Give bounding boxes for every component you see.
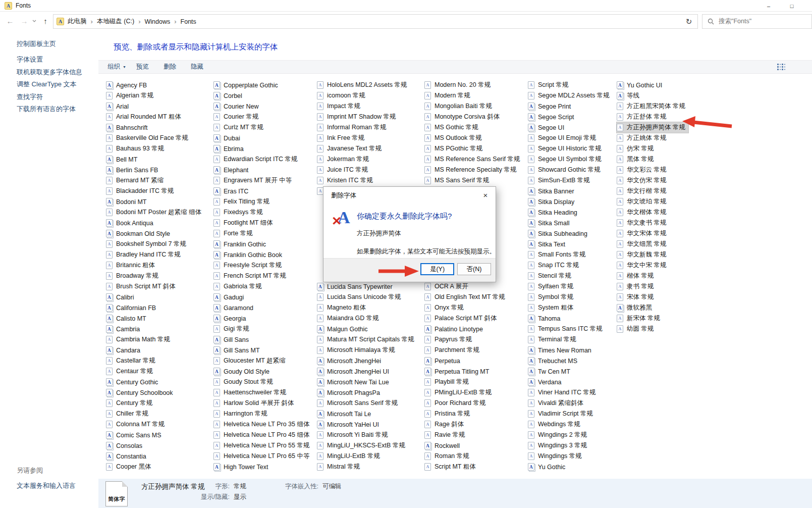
font-list-item[interactable]: AHelvetica Neue LT Pro 65 中等 (213, 451, 312, 462)
font-list-item[interactable]: APalatino Linotype (424, 324, 486, 334)
font-list-item[interactable]: ABritannic 粗体 (106, 260, 158, 271)
font-list-item[interactable]: ARage 斜体 (424, 419, 467, 430)
font-list-item[interactable]: AGadugi (213, 292, 247, 302)
font-list-item[interactable]: A华文中宋 常规 (617, 260, 669, 271)
yes-button[interactable]: 是(Y) (420, 263, 454, 275)
font-list-item[interactable]: ACalifornian FB (106, 302, 159, 313)
font-list-item[interactable]: ACourier 常规 (213, 112, 261, 122)
font-list-item[interactable]: AConstantia (106, 451, 149, 462)
font-list-item[interactable]: AGoudy Old Style (213, 366, 273, 377)
font-list-item[interactable]: AAgency FB (106, 80, 150, 90)
font-list-item[interactable]: AEngravers MT 展开 中等 (213, 175, 295, 186)
font-list-item[interactable]: AWingdings 3 常规 (528, 440, 590, 451)
font-list-item[interactable]: ASegoe MDL2 Assets 常规 (528, 90, 613, 101)
font-list-item[interactable]: AGabriola 常规 (213, 281, 265, 292)
font-list-item[interactable]: AColonna MT 常规 (106, 419, 168, 430)
sidebar-link[interactable]: 查找字符 (17, 93, 82, 100)
font-list-item[interactable]: AHelvetica Neue LT Pro 45 细体 (213, 430, 312, 440)
font-list-item[interactable]: AGeorgia (213, 313, 249, 324)
font-list-item[interactable]: AMS Reference Specialty 常规 (424, 165, 520, 175)
font-list-item[interactable]: A楷体 常规 (617, 271, 657, 281)
recent-pages-button[interactable] (30, 14, 38, 28)
font-list-item[interactable]: APalace Script MT 斜体 (424, 313, 500, 324)
refresh-button[interactable]: ↻ (680, 14, 698, 29)
maximize-button[interactable]: □ (780, 0, 803, 12)
font-list-item[interactable]: A方正舒体 常规 (617, 112, 669, 122)
font-list-item[interactable]: A华文新魏 常规 (617, 249, 669, 260)
font-list-item[interactable]: AMongolian Baiti 常规 (424, 101, 495, 112)
font-list-item[interactable]: AMingLiU-ExtB 常规 (317, 451, 383, 462)
font-list-item[interactable]: ASegoe UI Symbol 常规 (528, 154, 605, 165)
font-list-item[interactable]: AFootlight MT 细体 (213, 218, 276, 228)
font-list-item[interactable]: AComic Sans MS (106, 430, 165, 440)
font-list-item[interactable]: A华文行楷 常规 (617, 186, 669, 196)
font-list-item[interactable]: AArial Rounded MT 粗体 (106, 112, 184, 122)
font-list-item[interactable]: AHarrington 常规 (213, 409, 270, 419)
font-list-item[interactable]: ASymbol 常规 (528, 292, 576, 302)
font-list-item[interactable]: AMonotype Corsiva 斜体 (424, 112, 503, 122)
font-list-item[interactable]: A幼圆 常规 (617, 324, 657, 334)
font-list-item[interactable]: ABahnschrift (106, 122, 151, 133)
toolbar-button[interactable]: 隐藏 (191, 63, 203, 70)
font-list-item[interactable]: ABroadway 常规 (106, 271, 161, 281)
font-list-item[interactable]: AWingdings 2 常规 (528, 430, 590, 440)
toolbar-button[interactable]: 预览 (136, 63, 149, 70)
font-list-item[interactable]: AFrench Script MT 常规 (213, 271, 289, 281)
font-list-item[interactable]: AShowcard Gothic 常规 (528, 165, 604, 175)
font-list-item[interactable]: ACalibri (106, 292, 137, 302)
organize-button[interactable]: 组织 ▼ (107, 63, 126, 71)
font-list-item[interactable]: AGoudy Stout 常规 (213, 377, 276, 387)
address-bar[interactable]: A 此电脑›本地磁盘 (C:)›Windows›Fonts (53, 14, 698, 29)
font-list-item[interactable]: AElephant (213, 165, 251, 175)
font-list-item[interactable]: ARoman 常规 (424, 451, 472, 462)
font-list-item[interactable]: A华文琥珀 常规 (617, 196, 669, 207)
sidebar-link[interactable]: 联机获取更多字体信息 (17, 69, 82, 76)
font-list-item[interactable]: ABernard MT 紧缩 (106, 175, 167, 186)
font-list-item[interactable]: AImpact 常规 (317, 101, 363, 112)
font-list-item[interactable]: AParchment 常规 (424, 345, 482, 355)
font-list-item[interactable]: AMistral 常规 (317, 462, 363, 472)
font-list-item[interactable]: AModern No. 20 常规 (424, 80, 494, 90)
font-list-item[interactable]: A仿宋 常规 (617, 143, 657, 154)
font-list-item[interactable]: AAlgerian 常规 (106, 90, 156, 101)
font-list-item[interactable]: ATw Cen MT (528, 366, 573, 377)
font-list-item[interactable]: AInformal Roman 常规 (317, 122, 389, 133)
font-list-item[interactable]: ARockwell (424, 440, 463, 451)
font-list-item[interactable]: AMingLiU_HKSCS-ExtB 常规 (317, 440, 408, 451)
font-list-item[interactable]: ACastellar 常规 (106, 355, 158, 366)
font-list-item[interactable]: ARavie 常规 (424, 430, 468, 440)
font-list-item[interactable]: ADubai (213, 133, 243, 143)
font-list-item[interactable]: AMS Gothic 常规 (424, 122, 481, 133)
font-list-item[interactable]: AInk Free 常规 (317, 133, 367, 143)
font-list-item[interactable]: ABaskerville Old Face 常规 (106, 133, 191, 143)
font-list-item[interactable]: ACorbel (213, 90, 245, 101)
font-list-item[interactable]: A隶书 常规 (617, 281, 657, 292)
close-button[interactable]: × (803, 0, 812, 12)
sidebar-link[interactable]: 字体设置 (17, 56, 82, 63)
sidebar-link[interactable]: 下载所有语言的字体 (17, 106, 82, 113)
font-list-item[interactable]: ATerminal 常规 (528, 334, 579, 345)
font-list-item[interactable]: AYu Gothic (528, 462, 568, 472)
font-list-item[interactable]: AArial (106, 101, 132, 112)
font-list-item[interactable]: ASmall Fonts 常规 (528, 249, 588, 260)
sidebar-item-text-services[interactable]: 文本服务和输入语言 (17, 481, 76, 490)
sidebar-link[interactable]: 调整 ClearType 文本 (17, 81, 82, 88)
font-list-item[interactable]: ALucida Sans Unicode 常规 (317, 292, 404, 302)
font-list-item[interactable]: ASnap ITC 常规 (528, 260, 582, 271)
font-list-item[interactable]: ASegoe Script (528, 112, 577, 122)
font-list-item[interactable]: AForte 常规 (213, 228, 256, 239)
font-list-item[interactable]: ASitka Heading (528, 207, 580, 218)
font-list-item[interactable]: AFranklin Gothic (213, 239, 269, 249)
font-list-item[interactable]: A方正孙拥声简体 常规 (617, 122, 688, 133)
font-list-item[interactable]: AViner Hand ITC 常规 (528, 387, 599, 398)
font-list-item[interactable]: ACopperplate Gothic (213, 80, 281, 90)
font-list-item[interactable]: AMicrosoft JhengHei UI (317, 366, 392, 377)
minimize-button[interactable]: – (757, 0, 780, 12)
font-list-item[interactable]: AOld English Text MT 常规 (424, 292, 508, 302)
font-list-item[interactable]: ASegoe Print (528, 101, 574, 112)
font-list-item[interactable]: AGaramond (213, 302, 256, 313)
font-list-item[interactable]: AEbrima (213, 143, 247, 154)
font-list-item[interactable]: A方正姚体 常规 (617, 133, 669, 143)
font-list-item[interactable]: ASegoe UI (528, 122, 567, 133)
forward-button[interactable]: → (18, 14, 30, 28)
